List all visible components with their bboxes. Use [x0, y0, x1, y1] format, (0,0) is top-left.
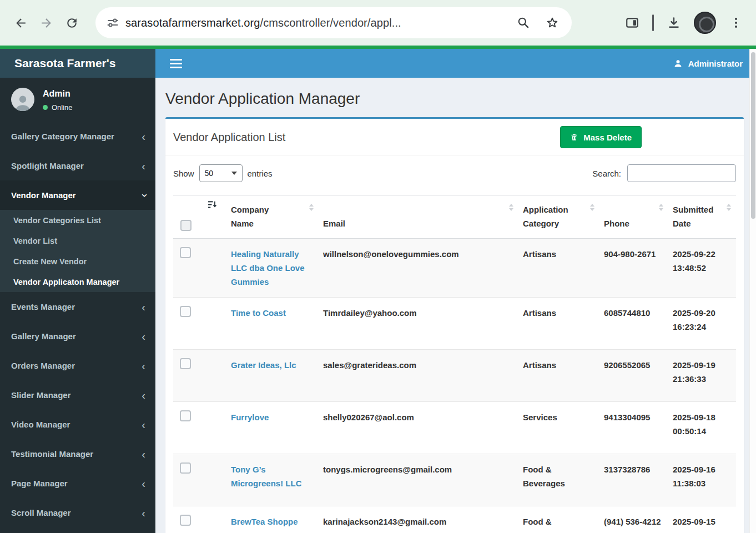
sidebar-item-vendor-application-manager[interactable]: Vendor Applicaton Manager — [0, 271, 155, 292]
chevron-left-icon: ‹ — [142, 160, 145, 172]
company-link[interactable]: Time to Coast — [231, 308, 286, 318]
url-text: sarasotafarmersmarket.org/cmscontroller/… — [125, 17, 503, 29]
avatar-person-icon — [13, 92, 32, 111]
scrollbar-thumb[interactable] — [751, 52, 755, 219]
column-header-category[interactable]: Application Category — [518, 196, 599, 239]
vendor-application-table: Company Name Email Application Category … — [173, 195, 736, 533]
sidebar-item-spotlight-manager[interactable]: Spotlight Manager‹ — [0, 151, 155, 180]
sidebar-item-video-manager[interactable]: Video Manager‹ — [0, 410, 155, 439]
phone-cell: 6085744810 — [599, 298, 668, 350]
submitted-cell: 2025-09-15 18:56:09 — [668, 506, 736, 533]
table-row: Healing Naturally LLC dba One Love Gummi… — [173, 239, 736, 298]
back-button[interactable] — [8, 10, 33, 36]
category-cell: Artisans — [523, 358, 556, 372]
brand-logo[interactable]: Sarasota Farmer's — [0, 49, 155, 78]
table-row: Grater Ideas, Llc sales@graterideas.com … — [173, 350, 736, 402]
star-icon — [545, 16, 560, 30]
header-user-menu[interactable]: Administrator — [673, 58, 743, 69]
sidebar-item-orders-manager[interactable]: Orders Manager‹ — [0, 351, 155, 380]
sort-order-icon[interactable] — [208, 200, 217, 211]
column-header-company[interactable]: Company Name — [226, 196, 319, 239]
phone-cell: 3137328786 — [599, 454, 668, 506]
side-panel-button[interactable] — [621, 12, 643, 34]
company-link[interactable]: Grater Ideas, Llc — [231, 360, 296, 370]
column-header-phone[interactable]: Phone — [599, 196, 668, 239]
company-link[interactable]: Tony G’s Microgreens! LLC — [231, 465, 302, 488]
chevron-left-icon: ‹ — [142, 301, 145, 313]
chevron-left-icon: ‹ — [142, 390, 145, 401]
sidebar-item-gallery-manager[interactable]: Gallery Manager‹ — [0, 321, 155, 351]
row-checkbox[interactable] — [180, 247, 191, 258]
profile-avatar[interactable] — [694, 12, 716, 34]
row-checkbox[interactable] — [180, 358, 191, 369]
sidebar-item-vendor-manager[interactable]: Vendor Manager‹ — [0, 180, 155, 210]
sidebar-item-slider-manager[interactable]: Slider Manager‹ — [0, 380, 155, 410]
email-cell: karinajackson2143@gmail.com — [319, 506, 518, 533]
category-cell: Services — [523, 410, 557, 424]
submitted-cell: 2025-09-19 21:36:33 — [668, 350, 736, 402]
category-cell: Food & Beverages — [523, 462, 574, 490]
category-cell: Food & Beverages — [523, 515, 574, 533]
page-length-control: Show 50 entries — [173, 164, 273, 182]
url-path: /cmscontroller/vendor/appl... — [260, 17, 401, 29]
sidebar-item-gallery-category-manager[interactable]: Gallery Category Manager‹ — [0, 122, 155, 151]
sidebar-item-vendor-categories-list[interactable]: Vendor Categories List — [0, 210, 155, 230]
table-controls: Show 50 entries Search: — [165, 156, 744, 195]
table-row: BrewTea Shoppe karinajackson2143@gmail.c… — [173, 506, 736, 533]
tune-icon — [106, 16, 119, 29]
toolbar-separator — [652, 14, 654, 31]
address-bar[interactable]: sarasotafarmersmarket.org/cmscontroller/… — [95, 7, 572, 38]
company-link[interactable]: Furrylove — [231, 413, 269, 422]
email-cell: willnelson@onelovegummies.com — [319, 239, 518, 298]
sidebar-item-page-manager[interactable]: Page Manager‹ — [0, 469, 155, 498]
table-header-row: Company Name Email Application Category … — [173, 196, 736, 239]
sidebar-item-testimonial-manager[interactable]: Testimonial Manager‹ — [0, 439, 155, 469]
header-user-label: Administrator — [688, 59, 743, 68]
sidebar-item-events-manager[interactable]: Events Manager‹ — [0, 292, 155, 321]
sort-arrows-icon — [509, 204, 513, 211]
sort-arrows-icon — [727, 204, 731, 211]
user-status: Online — [43, 103, 73, 112]
chevron-left-icon: ‹ — [142, 478, 145, 489]
site-settings-button[interactable] — [103, 13, 122, 32]
downloads-button[interactable] — [663, 12, 685, 34]
reload-button[interactable] — [59, 10, 84, 36]
row-checkbox[interactable] — [180, 306, 191, 317]
forward-button[interactable] — [33, 10, 59, 36]
email-cell: shelly020267@aol.com — [319, 402, 518, 454]
sidebar-menu: Gallery Category Manager‹ Spotlight Mana… — [0, 122, 155, 527]
page-title: Vendor Application Manager — [165, 90, 744, 108]
table-row: Time to Coast Timrdailey@yahoo.com Artis… — [173, 298, 736, 350]
sidebar-item-vendor-list[interactable]: Vendor List — [0, 230, 155, 251]
search-input[interactable] — [627, 164, 736, 182]
page-length-select[interactable]: 50 — [199, 164, 243, 182]
sidebar-toggle-button[interactable] — [170, 59, 182, 68]
forward-arrow-icon — [39, 16, 53, 30]
column-header-select[interactable] — [173, 196, 226, 239]
submitted-cell: 2025-09-16 11:38:03 — [668, 454, 736, 506]
email-cell: tonygs.microgreens@gmail.com — [319, 454, 518, 506]
vendor-application-box: Vendor Application List Mass Delete Show… — [165, 117, 744, 533]
company-link[interactable]: BrewTea Shoppe — [231, 517, 298, 526]
bookmark-button[interactable] — [544, 14, 561, 31]
column-header-submitted[interactable]: Submitted Date — [668, 196, 736, 239]
browser-menu-button[interactable] — [725, 12, 747, 34]
company-link[interactable]: Healing Naturally LLC dba One Love Gummi… — [231, 249, 305, 286]
chevron-left-icon: ‹ — [142, 507, 145, 519]
sidebar-item-scroll-manager[interactable]: Scroll Manager‹ — [0, 498, 155, 527]
submitted-cell: 2025-09-18 00:50:14 — [668, 402, 736, 454]
app-header: Sarasota Farmer's Administrator — [0, 49, 749, 78]
zoom-button[interactable] — [515, 14, 532, 31]
row-checkbox[interactable] — [180, 410, 191, 421]
row-checkbox[interactable] — [180, 462, 191, 474]
select-all-checkbox[interactable] — [180, 220, 191, 231]
chevron-left-icon: ‹ — [142, 131, 145, 142]
sidebar-user-panel: Admin Online — [0, 78, 155, 120]
column-header-email[interactable]: Email — [319, 196, 518, 239]
chevron-left-icon: ‹ — [142, 331, 145, 342]
sidebar-item-create-new-vendor[interactable]: Create New Vendor — [0, 251, 155, 271]
row-checkbox[interactable] — [180, 515, 191, 526]
mass-delete-button[interactable]: Mass Delete — [560, 126, 642, 148]
vendor-manager-submenu: Vendor Categories List Vendor List Creat… — [0, 210, 155, 292]
page-scrollbar[interactable] — [749, 49, 756, 533]
